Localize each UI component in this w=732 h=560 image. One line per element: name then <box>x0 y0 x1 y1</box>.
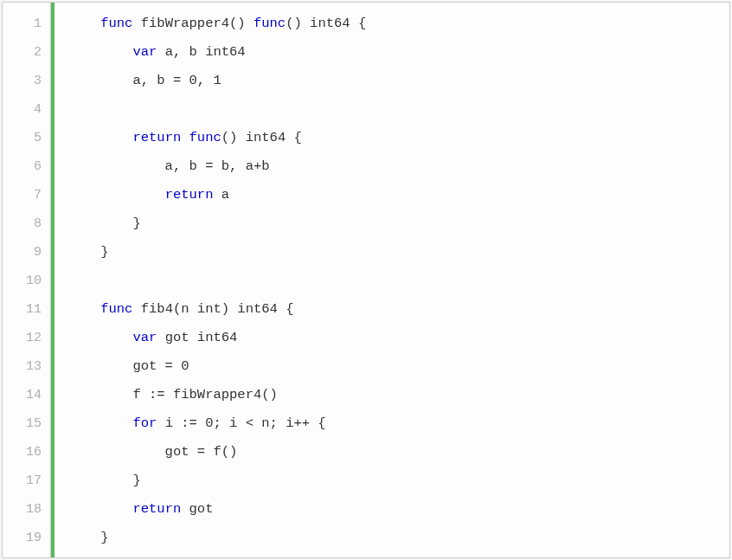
code-token: return <box>132 130 181 145</box>
code-line: return got <box>68 495 729 524</box>
code-line: var a, b int64 <box>68 38 729 67</box>
code-token: a, b = b, a+b <box>68 158 270 174</box>
code-block: 12345678910111213141516171819 func fibWr… <box>2 2 730 558</box>
code-line <box>68 95 729 124</box>
line-number: 13 <box>3 352 50 381</box>
line-number: 19 <box>3 524 50 552</box>
code-line: return func() int64 { <box>68 124 729 152</box>
code-token <box>68 301 100 317</box>
code-line: } <box>68 524 729 552</box>
code-token: } <box>68 216 141 231</box>
line-number: 7 <box>3 181 50 209</box>
code-line: var got int64 <box>68 324 729 352</box>
code-token: f := fibWrapper4() <box>68 387 278 402</box>
line-number: 6 <box>3 152 50 181</box>
code-line: got = f() <box>68 438 729 467</box>
code-token: } <box>68 473 141 488</box>
code-line: got = 0 <box>68 352 729 381</box>
line-number: 16 <box>3 438 50 467</box>
code-token <box>181 130 189 145</box>
line-number: 11 <box>3 295 50 324</box>
code-token <box>68 415 132 431</box>
code-token: } <box>68 244 109 260</box>
code-line: } <box>68 238 729 267</box>
code-token: a, b int64 <box>157 44 245 60</box>
code-line: return a <box>68 181 729 209</box>
code-token: got int64 <box>157 330 237 345</box>
code-line: a, b = 0, 1 <box>68 67 729 95</box>
line-number: 15 <box>3 409 50 438</box>
code-token: got = f() <box>68 444 237 460</box>
line-number: 3 <box>3 67 50 95</box>
code-token: () int64 { <box>222 130 302 145</box>
code-token: } <box>68 530 109 545</box>
code-token: func <box>100 16 132 31</box>
code-token: func <box>254 16 286 31</box>
code-token <box>68 44 132 60</box>
code-line: } <box>68 209 729 238</box>
line-number: 4 <box>3 95 50 124</box>
code-token: () int64 { <box>286 16 366 31</box>
code-token: got = 0 <box>68 358 189 374</box>
code-token: a <box>213 187 229 203</box>
line-number: 9 <box>3 238 50 267</box>
line-number: 17 <box>3 467 50 495</box>
code-token: fib4(n int) int64 { <box>132 301 293 317</box>
line-number-gutter: 12345678910111213141516171819 <box>3 3 51 557</box>
line-number: 14 <box>3 381 50 409</box>
code-token: got <box>181 501 213 517</box>
code-token: var <box>132 44 157 60</box>
line-number: 2 <box>3 38 50 67</box>
code-token: a, b = 0, 1 <box>68 73 222 88</box>
line-number: 1 <box>3 10 50 38</box>
code-token: func <box>100 301 132 317</box>
code-line: } <box>68 467 729 495</box>
code-line: a, b = b, a+b <box>68 152 729 181</box>
code-token: fibWrapper4() <box>132 16 254 31</box>
line-number: 18 <box>3 495 50 524</box>
code-area: func fibWrapper4() func() int64 { var a,… <box>55 3 729 557</box>
code-token: for <box>132 415 157 431</box>
code-token: return <box>165 187 214 203</box>
code-token <box>68 130 132 145</box>
code-token <box>68 16 100 31</box>
code-token: return <box>132 501 181 517</box>
code-token: var <box>132 330 157 345</box>
code-token <box>68 501 132 517</box>
code-token <box>68 330 132 345</box>
code-token <box>68 187 165 203</box>
code-line: func fib4(n int) int64 { <box>68 295 729 324</box>
code-token: func <box>189 130 222 145</box>
line-number: 10 <box>3 267 50 295</box>
line-number: 8 <box>3 209 50 238</box>
code-line <box>68 267 729 295</box>
line-number: 12 <box>3 324 50 352</box>
code-token: i := 0; i < n; i++ { <box>157 415 325 431</box>
code-line: f := fibWrapper4() <box>68 381 729 409</box>
code-line: func fibWrapper4() func() int64 { <box>68 10 729 38</box>
line-number: 5 <box>3 124 50 152</box>
code-line: for i := 0; i < n; i++ { <box>68 409 729 438</box>
